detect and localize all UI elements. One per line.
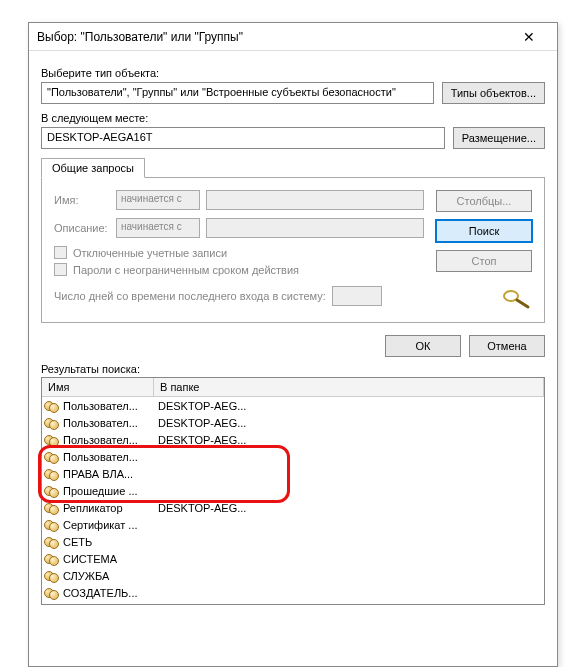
ok-button[interactable]: ОК — [385, 335, 461, 357]
item-name: Сертификат ... — [63, 519, 138, 531]
item-name: СИСТЕМА — [63, 553, 117, 565]
group-icon — [44, 518, 60, 532]
group-icon — [44, 501, 60, 515]
find-icon — [498, 286, 532, 310]
group-icon — [44, 484, 60, 498]
results-list[interactable]: Имя В папке Пользовател...DESKTOP-AEG...… — [41, 377, 545, 605]
name-filter-mode[interactable]: начинается с — [116, 190, 200, 210]
titlebar: Выбор: "Пользователи" или "Группы" ✕ — [29, 23, 557, 51]
results-label: Результаты поиска: — [41, 363, 545, 375]
tabstrip: Общие запросы — [41, 157, 545, 178]
disabled-accounts-checkbox[interactable] — [54, 246, 67, 259]
stop-button[interactable]: Стоп — [436, 250, 532, 272]
object-type-field: "Пользователи", "Группы" или "Встроенные… — [41, 82, 434, 104]
close-button[interactable]: ✕ — [509, 24, 549, 50]
search-button[interactable]: Поиск — [436, 220, 532, 242]
group-icon — [44, 552, 60, 566]
pwd-never-expires-label: Пароли с неограниченным сроком действия — [73, 264, 299, 276]
cancel-button[interactable]: Отмена — [469, 335, 545, 357]
group-icon — [44, 586, 60, 600]
item-name: СЕТЬ — [63, 536, 92, 548]
name-filter-label: Имя: — [54, 194, 110, 206]
tab-common-queries[interactable]: Общие запросы — [41, 158, 145, 178]
group-icon — [44, 535, 60, 549]
item-name: Пользовател... — [63, 434, 138, 446]
item-name: Пользовател... — [63, 417, 138, 429]
group-icon — [44, 467, 60, 481]
item-name: СОЗДАТЕЛЬ... — [63, 587, 138, 599]
col-name[interactable]: Имя — [42, 378, 154, 396]
list-item[interactable]: РепликаторDESKTOP-AEG... — [42, 499, 544, 516]
svg-line-1 — [517, 300, 528, 307]
columns-button[interactable]: Столбцы... — [436, 190, 532, 212]
list-item[interactable]: Пользовател...DESKTOP-AEG... — [42, 397, 544, 414]
group-icon — [44, 433, 60, 447]
disabled-accounts-label: Отключенные учетные записи — [73, 247, 227, 259]
results-header: Имя В папке — [42, 378, 544, 397]
item-folder: DESKTOP-AEG... — [154, 502, 544, 514]
col-folder[interactable]: В папке — [154, 378, 544, 396]
group-icon — [44, 399, 60, 413]
list-item[interactable]: СЛУЖБА — [42, 567, 544, 584]
days-since-logon-label: Число дней со времени последнего входа в… — [54, 290, 326, 302]
pwd-never-expires-checkbox[interactable] — [54, 263, 67, 276]
list-item[interactable]: Пользовател... — [42, 448, 544, 465]
desc-filter-input[interactable] — [206, 218, 424, 238]
location-label: В следующем месте: — [41, 112, 545, 124]
group-icon — [44, 450, 60, 464]
list-item[interactable]: Прошедшие ... — [42, 482, 544, 499]
desc-filter-label: Описание: — [54, 222, 110, 234]
window-title: Выбор: "Пользователи" или "Группы" — [37, 30, 509, 44]
list-item[interactable]: ПРАВА ВЛА... — [42, 465, 544, 482]
group-icon — [44, 416, 60, 430]
item-name: Пользовател... — [63, 451, 138, 463]
list-item[interactable]: СЕТЬ — [42, 533, 544, 550]
item-name: Прошедшие ... — [63, 485, 138, 497]
object-types-button[interactable]: Типы объектов... — [442, 82, 545, 104]
list-item[interactable]: СОЗДАТЕЛЬ... — [42, 584, 544, 601]
item-name: Пользовател... — [63, 400, 138, 412]
object-type-label: Выберите тип объекта: — [41, 67, 545, 79]
location-field: DESKTOP-AEGA16T — [41, 127, 445, 149]
list-item[interactable]: СИСТЕМА — [42, 550, 544, 567]
locations-button[interactable]: Размещение... — [453, 127, 545, 149]
days-since-logon-input[interactable] — [332, 286, 382, 306]
item-folder: DESKTOP-AEG... — [154, 434, 544, 446]
item-name: ПРАВА ВЛА... — [63, 468, 133, 480]
list-item[interactable]: Пользовател...DESKTOP-AEG... — [42, 414, 544, 431]
desc-filter-mode[interactable]: начинается с — [116, 218, 200, 238]
list-item[interactable]: Пользовател...DESKTOP-AEG... — [42, 431, 544, 448]
item-name: СЛУЖБА — [63, 570, 109, 582]
group-icon — [44, 569, 60, 583]
list-item[interactable]: Сертификат ... — [42, 516, 544, 533]
item-name: Репликатор — [63, 502, 123, 514]
name-filter-input[interactable] — [206, 190, 424, 210]
item-folder: DESKTOP-AEG... — [154, 417, 544, 429]
item-folder: DESKTOP-AEG... — [154, 400, 544, 412]
tab-panel: Имя: начинается с Описание: начинается с… — [41, 178, 545, 323]
dialog-window: Выбор: "Пользователи" или "Группы" ✕ Выб… — [28, 22, 558, 667]
